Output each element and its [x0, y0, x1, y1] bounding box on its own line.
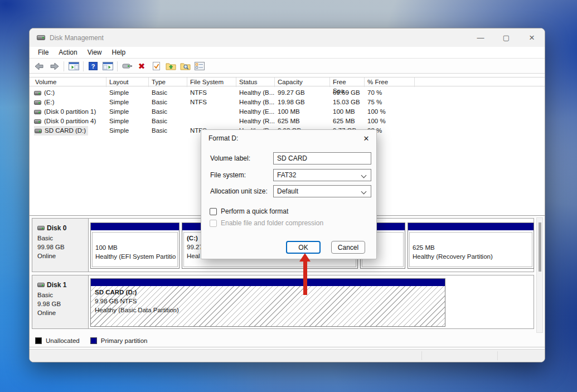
- menu-item-view[interactable]: View: [83, 47, 107, 57]
- console-tree-icon: [69, 62, 79, 70]
- close-icon: ✕: [363, 134, 370, 143]
- cell-pct-free: 70 %: [365, 88, 415, 98]
- folder-search-button[interactable]: [178, 60, 192, 72]
- disk1-row: Disk 1 Basic 9.98 GB Online SD CARD (D:)…: [32, 275, 534, 329]
- checklist-doc-icon: [152, 61, 161, 71]
- partition-recovery[interactable]: 625 MB Healthy (Recovery Partition): [408, 222, 534, 269]
- back-arrow-icon: [35, 62, 45, 70]
- allocation-unit-label: Allocation unit size:: [210, 187, 268, 195]
- column-header-free-space[interactable]: Free Spa...: [330, 78, 365, 87]
- primary-partition-swatch: [90, 337, 97, 344]
- volume-icon: [34, 119, 41, 124]
- column-header-volume[interactable]: Volume: [32, 78, 106, 87]
- folder-search-icon: [180, 62, 191, 70]
- show-console-tree-button[interactable]: [67, 60, 80, 72]
- cell-capacity: 99.27 GB: [275, 88, 330, 98]
- annotation-arrow-shaft: [303, 260, 307, 295]
- partition-efi[interactable]: 100 MB Healthy (EFI System Partitio: [90, 222, 180, 269]
- chevron-down-icon: [361, 173, 367, 178]
- help-button[interactable]: ?: [86, 60, 100, 72]
- legend-bar: Unallocated Primary partition: [30, 335, 545, 347]
- column-header-type[interactable]: Type: [149, 78, 187, 87]
- graph-pane-scrollbar[interactable]: [536, 217, 543, 333]
- format-dialog: Format D: ✕ Volume label: File system: F…: [201, 129, 377, 259]
- menu-item-help[interactable]: Help: [107, 47, 131, 57]
- menubar: File Action View Help: [30, 47, 545, 59]
- delete-x-icon: ✖: [138, 62, 146, 70]
- table-row[interactable]: (C:) Simple Basic NTFS Healthy (B... 99.…: [30, 88, 545, 98]
- unallocated-swatch: [35, 337, 42, 344]
- file-system-select[interactable]: FAT32: [273, 169, 371, 181]
- table-row[interactable]: (Disk 0 partition 1) Simple Basic Health…: [30, 107, 545, 117]
- cell-pct-free: 75 %: [365, 98, 415, 107]
- menu-item-action[interactable]: Action: [54, 47, 82, 57]
- volume-label-field[interactable]: [273, 152, 371, 164]
- disk1-panel[interactable]: Disk 1 Basic 9.98 GB Online: [32, 275, 89, 328]
- delete-button[interactable]: ✖: [135, 60, 148, 72]
- cell-layout: Simple: [106, 107, 149, 117]
- table-row[interactable]: (E:) Simple Basic NTFS Healthy (B... 19.…: [30, 98, 545, 107]
- chevron-down-icon: [361, 189, 367, 195]
- partition-status: Healthy (Basic Data Partition): [95, 306, 441, 314]
- disk-kind: Basic: [37, 291, 88, 299]
- cell-type: Basic: [149, 117, 187, 126]
- checklist-button[interactable]: [149, 60, 163, 72]
- device-icon: [122, 62, 133, 70]
- folder-up-button[interactable]: [164, 60, 177, 72]
- cell-free-space: 625 MB: [330, 117, 365, 126]
- cell-free-space: 15.03 GB: [330, 98, 365, 107]
- dialog-close-button[interactable]: ✕: [361, 133, 372, 144]
- table-row[interactable]: (Disk 0 partition 4) Simple Basic Health…: [30, 117, 545, 126]
- partition-title: SD CARD (D:): [95, 288, 441, 297]
- partition-sdcard[interactable]: SD CARD (D:) 9.98 GB NTFS Healthy (Basic…: [90, 278, 445, 327]
- scrollbar-thumb[interactable]: [539, 222, 541, 272]
- close-button[interactable]: ×: [519, 28, 545, 47]
- volume-icon: [34, 110, 41, 114]
- disk-state: Online: [37, 308, 88, 317]
- cell-type: Basic: [149, 88, 187, 98]
- partition-status: Healthy (EFI System Partitio: [95, 252, 174, 261]
- desktop-wallpaper: { "window": { "title": "Disk Management"…: [0, 0, 577, 392]
- column-header-layout[interactable]: Layout: [106, 78, 149, 87]
- partition-color-bar: [91, 279, 445, 286]
- quick-format-checkbox[interactable]: Perform a quick format: [210, 207, 288, 215]
- column-header-status[interactable]: Status: [236, 78, 275, 87]
- checkbox-icon: [210, 220, 217, 227]
- volume-label-label: Volume label:: [210, 154, 250, 162]
- properties-button[interactable]: [193, 60, 206, 72]
- allocation-unit-select[interactable]: Default: [273, 185, 371, 197]
- disk0-panel[interactable]: Disk 0 Basic 99.98 GB Online: [32, 219, 89, 272]
- back-button[interactable]: [33, 60, 46, 72]
- cell-volume: SD CARD (D:): [45, 126, 86, 135]
- action-pane-icon: [103, 62, 113, 70]
- cell-status: Healthy (B...: [236, 88, 275, 98]
- cancel-button[interactable]: Cancel: [331, 241, 365, 254]
- disk-size: 9.98 GB: [37, 299, 88, 308]
- minimize-button[interactable]: —: [468, 28, 493, 47]
- forward-button[interactable]: [47, 60, 61, 72]
- volume-icon: [35, 129, 42, 133]
- column-header-pct-free[interactable]: % Free: [365, 78, 415, 87]
- file-system-label: File system:: [210, 171, 246, 179]
- toolbar-separator: [117, 61, 118, 71]
- maximize-button[interactable]: ▢: [493, 28, 519, 47]
- column-header-file-system[interactable]: File System: [187, 78, 236, 87]
- column-header-capacity[interactable]: Capacity: [275, 78, 330, 87]
- rescan-device-button[interactable]: [120, 60, 134, 72]
- show-action-pane-button[interactable]: [101, 60, 114, 72]
- cell-layout: Simple: [106, 117, 149, 126]
- partition-status: Healthy (Recovery Partition): [413, 252, 529, 261]
- titlebar[interactable]: Disk Management — ▢ ×: [30, 28, 545, 47]
- disk-icon: [37, 283, 45, 287]
- status-divider: [421, 351, 422, 360]
- disk-size: 99.98 GB: [37, 243, 88, 251]
- dialog-title: Format D:: [209, 134, 238, 142]
- volume-list-header: Volume Layout Type File System Status Ca…: [30, 77, 545, 86]
- menu-item-file[interactable]: File: [33, 47, 54, 57]
- compression-checkbox: Enable file and folder compression: [210, 219, 323, 227]
- ok-button[interactable]: OK: [286, 241, 321, 254]
- cell-file-system: NTFS: [187, 88, 236, 98]
- disk-name: Disk 1: [47, 280, 66, 289]
- cell-free-space: 100 MB: [330, 107, 365, 117]
- cell-layout: Simple: [106, 88, 149, 98]
